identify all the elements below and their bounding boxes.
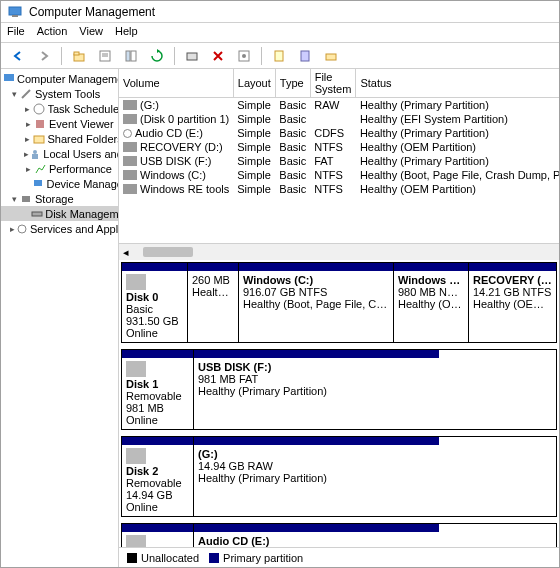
tree-performance[interactable]: ▸Performance [1, 161, 118, 176]
volume-row[interactable]: Audio CD (E:)SimpleBasicCDFSHealthy (Pri… [119, 126, 559, 140]
partition[interactable]: Windows RE tools980 MB NTFSHealthy (OEM … [393, 263, 468, 342]
svg-point-16 [34, 104, 44, 114]
disk-header[interactable]: Disk 0Basic931.50 GBOnline [122, 263, 188, 342]
expand-icon[interactable]: ▸ [23, 164, 33, 174]
format-button[interactable] [181, 45, 203, 67]
partition[interactable]: Windows (C:)916.07 GB NTFSHealthy (Boot,… [238, 263, 393, 342]
svg-rect-8 [131, 51, 136, 61]
svg-point-11 [242, 54, 246, 58]
collapse-icon[interactable]: ▾ [9, 89, 19, 99]
separator [261, 47, 262, 65]
tree-root[interactable]: Computer Management (Local [1, 71, 118, 86]
svg-rect-9 [187, 53, 197, 60]
col-filesystem[interactable]: File System [310, 69, 356, 98]
properties-button[interactable] [94, 45, 116, 67]
show-hide-button[interactable] [120, 45, 142, 67]
disk-row[interactable]: CD-ROM 0DVD323 MBOnlineAudio CD (E:)323 … [121, 523, 557, 547]
help-button[interactable] [268, 45, 290, 67]
disk-icon [126, 274, 146, 290]
tree-task-scheduler[interactable]: ▸Task Scheduler [1, 101, 118, 116]
svg-rect-7 [126, 51, 130, 61]
menu-view[interactable]: View [79, 25, 103, 40]
partition[interactable]: USB DISK (F:)981 MB FATHealthy (Primary … [194, 350, 439, 429]
expand-icon[interactable]: ▸ [23, 104, 32, 114]
column-header-row[interactable]: Volume Layout Type File System Status Ca… [119, 69, 559, 98]
settings-button[interactable] [233, 45, 255, 67]
svg-rect-20 [32, 154, 38, 159]
partition[interactable]: Audio CD (E:)323 MB CDFSHealthy (Primary… [194, 524, 439, 547]
right-pane: Volume Layout Type File System Status Ca… [119, 69, 559, 567]
scrollbar-thumb[interactable] [143, 247, 193, 257]
window-title: Computer Management [29, 5, 155, 19]
partition[interactable]: 260 MBHealthy (EFI S [188, 263, 238, 342]
separator [174, 47, 175, 65]
tree-pane[interactable]: Computer Management (Local ▾System Tools… [1, 69, 119, 567]
volume-row[interactable]: (G:)SimpleBasicRAWHealthy (Primary Parti… [119, 98, 559, 113]
disk-header[interactable]: Disk 1Removable981 MBOnline [122, 350, 194, 429]
unallocated-swatch [127, 553, 137, 563]
disk-row[interactable]: Disk 1Removable981 MBOnlineUSB DISK (F:)… [121, 349, 557, 430]
menu-action[interactable]: Action [37, 25, 68, 40]
device-icon [32, 177, 45, 191]
expand-icon[interactable]: ▸ [9, 224, 16, 234]
col-volume[interactable]: Volume [119, 69, 233, 98]
disk-row[interactable]: Disk 0Basic931.50 GBOnline260 MBHealthy … [121, 262, 557, 343]
options-button[interactable] [320, 45, 342, 67]
svg-point-24 [18, 225, 26, 233]
legend-primary: Primary partition [209, 552, 303, 564]
clock-icon [32, 102, 45, 116]
horizontal-scrollbar[interactable]: ◂ [119, 244, 559, 260]
col-status[interactable]: Status [356, 69, 559, 98]
disk-icon [31, 207, 43, 221]
volume-row[interactable]: Windows RE toolsSimpleBasicNTFSHealthy (… [119, 182, 559, 196]
expand-icon[interactable]: ▸ [23, 134, 32, 144]
separator [61, 47, 62, 65]
delete-button[interactable] [207, 45, 229, 67]
forward-button[interactable] [33, 45, 55, 67]
users-icon [29, 147, 41, 161]
volume-icon [123, 170, 137, 180]
tree-storage[interactable]: ▾Storage [1, 191, 118, 206]
computer-icon [3, 72, 15, 86]
volume-row[interactable]: USB DISK (F:)SimpleBasicFATHealthy (Prim… [119, 154, 559, 168]
disk-header[interactable]: CD-ROM 0DVD323 MBOnline [122, 524, 194, 547]
up-button[interactable] [68, 45, 90, 67]
volume-row[interactable]: Windows (C:)SimpleBasicNTFSHealthy (Boot… [119, 168, 559, 182]
tree-shared-folders[interactable]: ▸Shared Folders [1, 131, 118, 146]
legend: Unallocated Primary partition [119, 547, 559, 567]
volume-row[interactable]: RECOVERY (D:)SimpleBasicNTFSHealthy (OEM… [119, 140, 559, 154]
computer-management-window: Computer Management File Action View Hel… [0, 0, 560, 568]
expand-icon[interactable]: ▸ [23, 119, 33, 129]
volume-icon [123, 156, 137, 166]
volume-list[interactable]: Volume Layout Type File System Status Ca… [119, 69, 559, 244]
volume-row[interactable]: (Disk 0 partition 1)SimpleBasicHealthy (… [119, 112, 559, 126]
svg-rect-12 [275, 51, 283, 61]
refresh-button[interactable] [146, 45, 168, 67]
disk-header[interactable]: Disk 2Removable14.94 GBOnline [122, 437, 194, 516]
tree-event-viewer[interactable]: ▸Event Viewer [1, 116, 118, 131]
partition[interactable]: RECOVERY (D:)14.21 GB NTFSHealthy (OEM P… [468, 263, 556, 342]
tree-local-users[interactable]: ▸Local Users and Groups [1, 146, 118, 161]
disk-icon [126, 535, 146, 547]
tree-services-apps[interactable]: ▸Services and Applications [1, 221, 118, 236]
export-button[interactable] [294, 45, 316, 67]
tree-system-tools[interactable]: ▾System Tools [1, 86, 118, 101]
services-icon [16, 222, 28, 236]
disk-icon [126, 448, 146, 464]
tree-disk-management[interactable]: Disk Management [1, 206, 118, 221]
col-layout[interactable]: Layout [233, 69, 275, 98]
volume-icon [123, 184, 137, 194]
menu-help[interactable]: Help [115, 25, 138, 40]
collapse-icon[interactable]: ▾ [9, 194, 19, 204]
menu-file[interactable]: File [7, 25, 25, 40]
svg-rect-1 [12, 15, 18, 17]
disk-row[interactable]: Disk 2Removable14.94 GBOnline(G:)14.94 G… [121, 436, 557, 517]
col-type[interactable]: Type [275, 69, 310, 98]
tree-device-manager[interactable]: Device Manager [1, 176, 118, 191]
menubar: File Action View Help [1, 23, 559, 43]
partition[interactable]: (G:)14.94 GB RAWHealthy (Primary Partiti… [194, 437, 439, 516]
svg-rect-0 [9, 7, 21, 15]
disk-graphical-view[interactable]: Disk 0Basic931.50 GBOnline260 MBHealthy … [119, 260, 559, 547]
titlebar[interactable]: Computer Management [1, 1, 559, 23]
back-button[interactable] [7, 45, 29, 67]
